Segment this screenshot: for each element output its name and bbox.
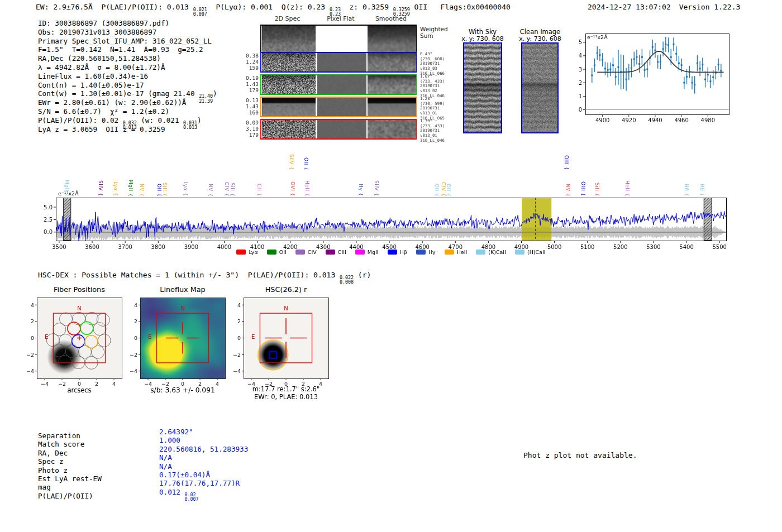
info-line: RA,Dec (220.560150,51.284538) bbox=[38, 54, 217, 63]
superscript-subscript-value: 21.4021.39 bbox=[199, 94, 213, 103]
legend-label: OII bbox=[279, 249, 287, 255]
fiber-positions-xlabel: arcsecs bbox=[37, 386, 122, 394]
spec2d-row-left-values: 0.09 3.10 179 bbox=[246, 120, 259, 138]
match-table-label: Match score bbox=[38, 440, 102, 448]
legend-swatch bbox=[326, 250, 335, 255]
emission-line-label-OII: OII { bbox=[303, 157, 309, 170]
match-table-value: N/A bbox=[159, 462, 248, 471]
report-meta: 2024-12-27 13:07:02Version 1.22.3 bbox=[588, 3, 740, 11]
info-line: Obs: 20190731v013_3003886897 bbox=[38, 28, 217, 37]
emission-line-label-NV: NV { bbox=[565, 184, 571, 196]
with-sky-coords: x, y: 730, 608 bbox=[455, 35, 511, 42]
spec2d-panel: 2D Spec Pixel Flat Smoothed Weighted Sum… bbox=[246, 14, 452, 142]
info-line: Primary Spec_Slot_IFU_AMP: 316_022_052_L… bbox=[38, 37, 217, 46]
photz-note: Phot z plot not available. bbox=[523, 451, 637, 459]
elixer-report-page: EW: 2.9±76.5Å P(LAE)/P(OII): 0.013 0.021… bbox=[0, 0, 782, 532]
spec2d-col-header-2dspec: 2D Spec bbox=[260, 15, 314, 22]
spec2d-row-right-labels: 1.28" (730, 599) 20190731 v013_01 316_LL… bbox=[420, 97, 452, 121]
report-datetime: 2024-12-27 13:07:02 bbox=[588, 3, 671, 11]
legend-swatch bbox=[445, 250, 454, 255]
report-version: Version 1.22.3 bbox=[679, 3, 741, 11]
spec2d-col-header-smoothed: Smoothed bbox=[366, 15, 416, 22]
legend-label: HeII bbox=[457, 249, 468, 255]
emission-line-label-MgII: MgII { bbox=[64, 180, 70, 196]
spec2d-row bbox=[260, 52, 417, 73]
spec2d-row-left-values: 0.13 1.43 160 bbox=[246, 98, 259, 116]
info-line: λ = 4942.82Å σ = 8.00(±1.72)Å bbox=[38, 63, 217, 72]
legend-label: Lyα bbox=[249, 249, 258, 255]
spec2d-row-right-labels: 1.39" (733, 433) 20190731 v013_01 316_LL… bbox=[420, 119, 452, 143]
superscript-subscript-value: 0.020.007 bbox=[185, 492, 199, 502]
match-table-values: 2.64392"1.000220.560816, 51.283933N/AN/A… bbox=[159, 428, 248, 501]
legend-swatch bbox=[476, 250, 485, 255]
legend-label: MgII bbox=[368, 249, 379, 255]
spec2d-col-header-pixelflat: Pixel Flat bbox=[316, 15, 365, 22]
legend-item-CIV: CIV bbox=[295, 249, 317, 255]
info-line: EWr = 2.80(±0.61) (w: 2.90(±0.62))Å bbox=[38, 98, 217, 107]
detection-info-block: ID: 3003886897 (3003886897.pdf)Obs: 2019… bbox=[38, 19, 217, 133]
emission-line-label-SiII: SiII { bbox=[230, 183, 235, 196]
line-fit-plot bbox=[574, 27, 736, 126]
legend-swatch bbox=[295, 250, 305, 255]
superscript-subscript-value: 0.0220.008 bbox=[340, 275, 354, 285]
spec2d-row-right-labels: 0.43" (730, 608) 20190731 v013_03 316_LL… bbox=[420, 52, 452, 76]
match-table-label: Separation bbox=[38, 432, 102, 440]
legend-swatch bbox=[236, 250, 246, 255]
lineflux-map-plot bbox=[123, 294, 235, 386]
hsc-cutout-xlabel-1: m:17.7 re:1.7" s:2.6" bbox=[232, 385, 340, 393]
legend-swatch bbox=[355, 250, 365, 255]
hsc-cutout-plot bbox=[227, 294, 338, 386]
legend-label: Hγ bbox=[428, 249, 436, 255]
emission-line-label-OII: OII { bbox=[434, 184, 440, 196]
legend-label: Hβ bbox=[400, 249, 407, 255]
emission-line-label-Hδ: Hδ { bbox=[684, 184, 689, 196]
match-table-value: 220.560816, 51.283933 bbox=[159, 445, 248, 453]
legend-swatch bbox=[515, 250, 524, 255]
match-table-value: 0.17(±0.04)Å bbox=[159, 471, 248, 479]
match-table-label: mag bbox=[38, 483, 102, 491]
emission-line-label-CII: CII { bbox=[256, 184, 262, 196]
clean-image-frame bbox=[521, 42, 559, 133]
emission-line-label-SiIV: SiIV { bbox=[374, 180, 379, 196]
spec2d-row bbox=[260, 74, 417, 95]
weighted-sum-label: Weighted Sum bbox=[420, 26, 449, 39]
match-table-label: RA, Dec bbox=[38, 449, 102, 457]
emission-line-label-OIII: OIII { bbox=[580, 181, 586, 196]
legend-item-CIII: CIII bbox=[326, 249, 346, 255]
info-line: LineFlux = 1.60(±0.34)e-16 bbox=[38, 72, 217, 81]
emission-line-label-HeII: HeII { bbox=[304, 180, 310, 196]
legend-item-MgII: MgII bbox=[355, 249, 379, 255]
legend-item-Lyα: Lyα bbox=[236, 249, 258, 255]
legend-label: CIII bbox=[338, 249, 346, 255]
emission-line-label-SiIV: SiIV { bbox=[289, 154, 294, 170]
info-line: F=1.5" T=0.142 N̄=1.41 Ā=0.93 g=25.2 bbox=[38, 45, 217, 54]
spec2d-row bbox=[260, 119, 417, 140]
with-sky-title: With Sky bbox=[455, 28, 511, 36]
info-line: Cont(n) = 1.40(±0.05)e-17 bbox=[38, 81, 217, 90]
match-table-label: Photo z bbox=[38, 466, 102, 475]
emission-line-label-SiII: SiII { bbox=[594, 183, 600, 196]
clean-image bbox=[522, 44, 557, 132]
legend-label: CIV bbox=[308, 249, 317, 255]
emission-line-label-HeII: HeII { bbox=[624, 180, 630, 196]
fiber-positions-title: Fiber Positions bbox=[37, 285, 122, 294]
emission-line-label-NV: NV { bbox=[139, 184, 145, 196]
clean-image-title: Clean Image bbox=[512, 28, 568, 36]
emission-line-label-SiII: SiII { bbox=[162, 183, 168, 196]
legend-item-OII: OII bbox=[267, 249, 287, 255]
legend-item-(K)CaII: (K)CaII bbox=[476, 249, 506, 255]
lineflux-map-xlabel: s/b: 3.63 +/- 0.091 bbox=[129, 386, 236, 394]
clean-image-coords: x, y: 730, 608 bbox=[512, 35, 568, 42]
legend-label: (H)CaII bbox=[527, 249, 546, 255]
match-table-label: Est LyA rest-EW bbox=[38, 475, 102, 483]
match-table-label: Spec z bbox=[38, 457, 102, 466]
emission-line-label-NV: NV { bbox=[208, 184, 213, 196]
match-table-value: N/A bbox=[159, 453, 248, 462]
match-table-value: 2.64392" bbox=[159, 428, 248, 436]
spec2d-row bbox=[260, 97, 417, 117]
legend-item-Hβ: Hβ bbox=[388, 249, 407, 255]
info-line: P(LAE)/P(OII): 0.02 0.0320.013 (w: 0.021… bbox=[38, 116, 217, 125]
emission-line-label-Hδ: Hδ { bbox=[699, 184, 705, 196]
legend-swatch bbox=[388, 250, 397, 255]
emission-line-label-OVI: OVI { bbox=[290, 181, 295, 196]
